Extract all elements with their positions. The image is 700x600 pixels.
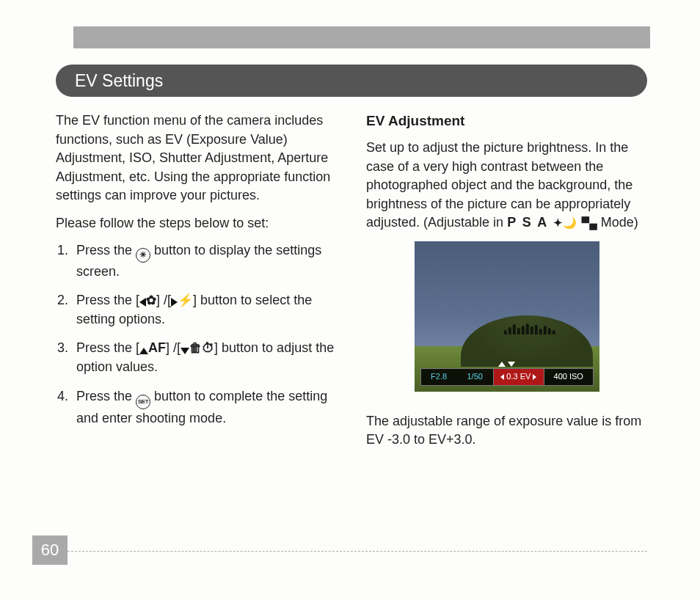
left-column: The EV function menu of the camera inclu… <box>56 111 337 458</box>
aperture-value: F2.8 <box>421 369 457 385</box>
preview-up-arrow-icon <box>498 362 506 367</box>
section-title: EV Settings <box>75 71 163 91</box>
right-arrow-icon <box>171 298 178 307</box>
step-4-text-a: Press the <box>76 389 136 403</box>
ev-adjustment-heading: EV Adjustment <box>366 111 647 131</box>
af-label: AF <box>148 340 166 355</box>
shutter-value: 1/50 <box>457 369 493 385</box>
page-number: 60 <box>32 535 68 565</box>
ev-range-note: The adjustable range of exposure value i… <box>366 412 647 450</box>
preview-down-arrow-icon <box>508 362 515 367</box>
camera-preview: F2.8 1/50 0.3 EV 400 ISO <box>415 241 599 392</box>
set-button-label: SET <box>138 399 148 405</box>
up-arrow-icon <box>139 348 148 354</box>
mode-list: P S A ✦🌙 ▀▄ <box>507 215 597 230</box>
ev-adjustment-body: Set up to adjust the picture brightness.… <box>366 139 647 233</box>
steps-lead: Please follow the steps below to set: <box>56 214 337 233</box>
intro-paragraph: The EV function menu of the camera inclu… <box>56 111 337 205</box>
right-column: EV Adjustment Set up to adjust the pictu… <box>366 111 647 458</box>
step-3: Press the [AF] /[🗑⏱] button to adjust th… <box>72 339 337 376</box>
chapter-top-bar <box>73 26 650 48</box>
down-arrow-icon <box>181 348 189 354</box>
step-1: Press the button to display the settings… <box>72 241 337 281</box>
preview-treeline <box>478 323 580 334</box>
step-2: Press the [✿] /[⚡] button to select the … <box>72 291 337 329</box>
trash-icon: 🗑 <box>189 341 202 355</box>
step-1-text-a: Press the <box>76 243 136 257</box>
content-area: The EV function menu of the camera inclu… <box>56 111 647 458</box>
timer-icon: ⏱ <box>202 341 214 355</box>
handheld-night-mode-icon: ✦🌙 <box>553 216 577 229</box>
section-header: EV Settings <box>56 65 647 97</box>
footer-rule <box>68 551 647 552</box>
set-button-icon: SET <box>136 395 150 409</box>
preview-updown-arrows <box>415 362 599 367</box>
ev-value-label: 0.3 EV <box>506 371 531 383</box>
ev-button-icon <box>136 248 150 263</box>
ev-body-b: Mode) <box>597 215 638 230</box>
ev-value-selected: 0.3 EV <box>493 369 544 385</box>
step-4: Press the SET button to complete the set… <box>72 387 337 428</box>
movie-mode-icon: ▀▄ <box>582 216 597 229</box>
steps-list: Press the button to display the settings… <box>56 241 337 428</box>
step-3-text-b: ] /[ <box>166 340 181 355</box>
preview-left-arrow-icon <box>500 374 504 380</box>
mode-letters: P S A <box>507 215 547 230</box>
flash-icon: ⚡ <box>178 293 193 307</box>
preview-right-arrow-icon <box>533 374 536 380</box>
step-3-text-a: Press the [ <box>76 340 139 355</box>
iso-value: 400 ISO <box>544 369 593 385</box>
left-arrow-icon <box>139 298 146 307</box>
macro-icon: ✿ <box>146 293 156 307</box>
step-2-text-b: ] /[ <box>156 293 171 307</box>
preview-statusbar: F2.8 1/50 0.3 EV 400 ISO <box>420 368 594 386</box>
step-2-text-a: Press the [ <box>76 293 139 307</box>
